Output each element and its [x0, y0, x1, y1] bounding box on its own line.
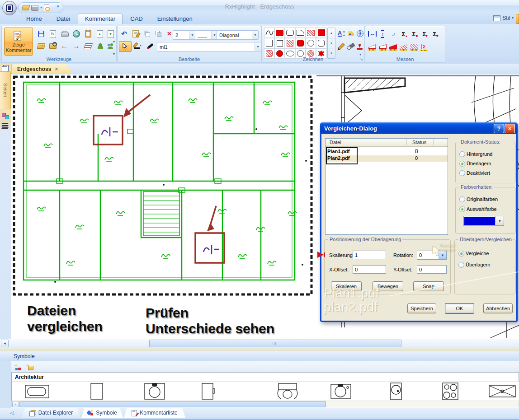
application-menu-button[interactable] — [2, 1, 17, 15]
column-status[interactable]: Status — [412, 140, 426, 145]
select-tool-button[interactable] — [119, 41, 132, 52]
document-tab-erdgeschoss[interactable]: Erdgeschoss × — [11, 64, 73, 74]
symbol-washing-machine[interactable] — [386, 383, 406, 400]
ok-button[interactable]: OK — [445, 303, 474, 314]
count-square-icon[interactable]: Σ ■ — [409, 29, 419, 39]
shape-rounded-square-white[interactable] — [316, 38, 326, 48]
shape-circle-white-1[interactable] — [306, 38, 316, 48]
column-datei[interactable]: Datei — [330, 140, 341, 145]
tab-kommentar[interactable]: Kommentar — [78, 14, 123, 24]
paste-icon[interactable] — [83, 29, 93, 39]
shape-polyline[interactable] — [264, 28, 274, 38]
clipped-toolbar-button[interactable] — [516, 14, 519, 24]
speichern-button[interactable]: Speichern — [407, 303, 436, 313]
radio-auswahlfarbe-label[interactable]: Auswahlfarbe — [467, 206, 497, 212]
gallery-down-icon[interactable]: ▾ — [328, 38, 335, 48]
radio-hintergrund-label[interactable]: Hintergrund — [467, 151, 492, 157]
skalierung-input[interactable] — [353, 251, 386, 259]
shape-rounded-rect-white[interactable] — [285, 28, 295, 38]
skalieren-button[interactable]: Skalieren — [331, 281, 362, 291]
symbol-toilet-top-view[interactable] — [328, 383, 354, 400]
hatch-combobox[interactable]: Diagonal ▾ — [217, 30, 259, 40]
pen-style-combobox[interactable]: ml1 ▾ — [157, 42, 261, 51]
count-triangle-icon[interactable]: Σ ▼ — [419, 29, 429, 39]
area-outline-icon[interactable] — [367, 42, 377, 52]
y-offset-input[interactable] — [417, 265, 447, 274]
canvas-horizontal-scrollbar[interactable]: ◄ — [0, 339, 519, 347]
abbrechen-button[interactable]: Abbrechen — [483, 303, 513, 313]
hyperlink-globe-icon[interactable] — [356, 28, 364, 38]
sidebar-tab-seiten[interactable]: Seiten — [0, 71, 11, 109]
snap-button[interactable]: Snap — [413, 281, 444, 291]
shape-corner-tab[interactable] — [295, 28, 306, 38]
tab-home[interactable]: Home — [19, 14, 49, 24]
symbol-washbasin[interactable] — [275, 383, 300, 400]
symbol-category-row[interactable]: Architektur — [11, 372, 519, 382]
bewegen-button[interactable]: Bewegen — [373, 281, 403, 291]
radio-vergleiche-label[interactable]: Vergleiche — [466, 251, 489, 256]
text-highlight-icon[interactable]: A — [337, 28, 346, 38]
symbol-cabinet[interactable] — [84, 383, 109, 400]
symbol-strip-scrollbar[interactable]: ‹ — [11, 401, 519, 407]
symbol-scrollbar-thumb[interactable] — [19, 401, 326, 407]
radio-ueberlagern-label[interactable]: Überlagern — [467, 161, 491, 166]
panel-tab-datei-explorer[interactable]: Datei-Explorer — [22, 408, 80, 418]
measure-diagonal-icon[interactable]: ↔ — [388, 29, 398, 39]
history-icon[interactable] — [71, 29, 81, 39]
tab-datei[interactable]: Datei — [50, 14, 77, 24]
gallery-up-icon[interactable]: ▴ — [328, 28, 335, 38]
canvas-scrollbar-thumb[interactable] — [149, 340, 401, 347]
color-dropdown-icon[interactable]: ▼ — [495, 216, 504, 225]
line-width-combobox[interactable]: 2 ▾ — [173, 30, 196, 40]
open-symbol-library-icon[interactable] — [26, 364, 33, 370]
x-offset-input[interactable] — [353, 265, 386, 274]
panel-tab-scroll-left-icon[interactable]: ◁ — [10, 410, 14, 416]
print-document-icon[interactable] — [59, 29, 70, 39]
users-dropdown-icon[interactable]: ▾ — [113, 53, 115, 56]
radio-deaktiviert-label[interactable]: Deaktiviert — [467, 170, 490, 176]
shape-rounded-square-red[interactable] — [295, 38, 306, 48]
radio-originalfarben-label[interactable]: Originalfarben — [467, 196, 498, 202]
dialog-close-button[interactable]: × — [505, 124, 515, 133]
search-folder-icon[interactable] — [47, 41, 58, 51]
user-icon[interactable] — [94, 41, 105, 51]
area-outline-2-icon[interactable] — [377, 42, 388, 52]
radio-vergleiche[interactable] — [458, 251, 464, 257]
rotation-combobox[interactable]: 0 ▼ — [417, 251, 447, 260]
symbol-scroll-left-button[interactable]: ‹ — [12, 401, 19, 407]
shape-square-red[interactable] — [316, 28, 326, 38]
pages-panel-icon[interactable] — [2, 65, 9, 72]
note-icon[interactable] — [346, 28, 355, 38]
send-backward-icon[interactable] — [153, 29, 163, 39]
count-diamond-icon[interactable]: Σ ◆ — [429, 29, 440, 39]
compare-file-list[interactable]: Datei Status Plan1.pdf B Plan2.pdf 0 — [325, 138, 448, 235]
measure-vertical-icon[interactable]: ↕ — [377, 29, 388, 39]
panel-tab-kommentarliste[interactable]: Kommentarliste — [124, 408, 185, 418]
area-sum-icon[interactable]: Σ — [419, 42, 429, 52]
new-symbol-icon[interactable] — [14, 364, 21, 370]
symbol-stove[interactable] — [439, 383, 462, 400]
send-to-icon[interactable]: → — [36, 41, 46, 51]
document-tab-close-icon[interactable]: × — [55, 66, 58, 72]
shape-square-white-1[interactable] — [264, 38, 274, 48]
scroll-left-button[interactable]: ◄ — [1, 340, 9, 347]
stil-button[interactable]: Stil ▾ — [493, 15, 514, 21]
bring-forward-icon[interactable] — [142, 29, 152, 39]
dialog-title-bar[interactable]: Vergleichen-Dialog — [320, 122, 518, 134]
save-icon[interactable] — [36, 29, 46, 39]
marker-pen-icon[interactable] — [145, 41, 155, 51]
symbol-bed[interactable] — [489, 384, 517, 399]
undo-icon[interactable]: ↶ — [119, 29, 129, 39]
radio-hintergrund[interactable] — [459, 151, 465, 157]
previous-icon[interactable]: ← — [59, 41, 70, 51]
pencil-tool-icon[interactable] — [337, 42, 346, 51]
panel-tab-symbole[interactable]: Symbole — [81, 408, 123, 418]
shape-square-white-2[interactable] — [274, 38, 285, 48]
rotation-dropdown-icon[interactable]: ▼ — [439, 251, 446, 259]
shape-rect-hatched[interactable] — [306, 28, 316, 38]
page-up-icon[interactable]: ▲ — [94, 29, 105, 39]
edit-note-icon[interactable] — [130, 29, 141, 39]
page-down-icon[interactable]: ▼ — [105, 29, 116, 39]
shape-square-hatched[interactable] — [285, 38, 295, 48]
symbol-toilet[interactable] — [142, 383, 167, 400]
